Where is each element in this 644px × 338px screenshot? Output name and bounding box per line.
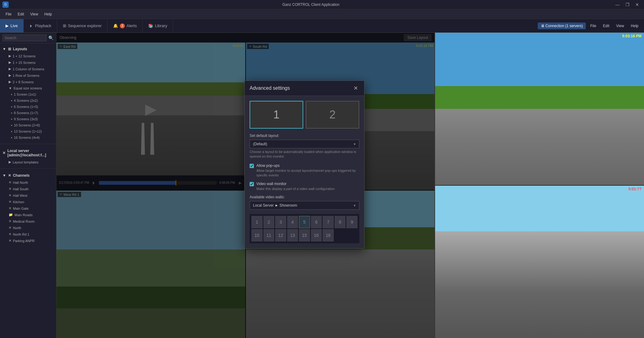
channels-header[interactable]: ▼ ✕ Channels bbox=[0, 172, 56, 179]
help-menu[interactable]: Help bbox=[41, 11, 55, 18]
channel-label: Main Roads bbox=[14, 213, 33, 217]
sidebar-item-1-15-screens[interactable]: ▶ 1 + 15 Screens bbox=[0, 59, 56, 66]
channel-label: Hall South bbox=[13, 187, 29, 191]
vw-cell-4[interactable]: 4 bbox=[287, 216, 298, 228]
channel-hall-south[interactable]: ✕ Hall South bbox=[0, 186, 56, 192]
layouts-header[interactable]: ▼ ⊞ Layouts bbox=[0, 45, 56, 53]
sidebar-item-equal-screens[interactable]: ▼ Equal size screens bbox=[0, 85, 56, 91]
channels-label: Channels bbox=[13, 173, 30, 178]
play-button[interactable]: ⏵ bbox=[92, 180, 96, 186]
tab-library[interactable]: 📚 Library bbox=[143, 19, 173, 32]
sidebar-item-layout-templates[interactable]: ▶ Layout templates bbox=[0, 159, 56, 165]
dialog-close-button[interactable]: ✕ bbox=[352, 84, 359, 92]
dialog-body: 1 2 Set default layout: (Default) bbox=[245, 96, 364, 248]
available-walls-select[interactable]: Local Server ► Showroom bbox=[250, 201, 359, 210]
close-camera-west-rd[interactable]: ✕ bbox=[59, 192, 62, 196]
vw-cell-2[interactable]: 2 bbox=[263, 216, 275, 228]
close-server-icon: ✕ bbox=[2, 151, 6, 155]
vw-cell-7[interactable]: 7 bbox=[323, 216, 334, 228]
close-camera-south-rd[interactable]: ✕ bbox=[249, 44, 252, 48]
timeline-nav-forward[interactable]: ▶ bbox=[238, 180, 243, 186]
videowall-section: 1 2 3 4 5 6 7 8 9 10 11 12 13 bbox=[250, 214, 359, 243]
layout-label: 2 + 8 Screens bbox=[13, 80, 34, 84]
channel-main-roads[interactable]: 📁 Main Roads bbox=[0, 212, 56, 218]
layouts-label: Layouts bbox=[13, 47, 27, 51]
channel-label: Hall North bbox=[13, 181, 28, 184]
file-menu-right[interactable]: File bbox=[588, 23, 598, 29]
help-menu-right[interactable]: Help bbox=[628, 23, 641, 29]
tab-sequence-explorer[interactable]: ⊞ Sequence explorer bbox=[57, 19, 108, 32]
vw-cell-6[interactable]: 6 bbox=[311, 216, 322, 228]
edit-menu[interactable]: Edit bbox=[14, 11, 27, 18]
allow-popups-checkbox[interactable] bbox=[250, 164, 254, 168]
monitor-grid: 1 2 bbox=[250, 101, 359, 129]
sidebar-item-2-8-screens[interactable]: ▶ 2 + 8 Screens bbox=[0, 79, 56, 85]
window-controls[interactable]: — ❐ ✕ bbox=[613, 2, 642, 8]
tab-live-label: Live bbox=[10, 23, 18, 28]
folder-icon: 📁 bbox=[9, 213, 13, 217]
playback-icon: ⏵ bbox=[29, 23, 33, 28]
tab-playback[interactable]: ⏵ Playback bbox=[24, 19, 57, 32]
file-menu[interactable]: File bbox=[2, 11, 14, 18]
right-camera-top: 5:03:16 PM bbox=[435, 33, 644, 185]
video-wall-checkbox[interactable] bbox=[250, 182, 254, 186]
restore-button[interactable]: ❐ bbox=[623, 2, 632, 8]
allow-popups-hint: Allow target monitor to accept layout/ch… bbox=[256, 168, 359, 178]
sidebar-item-2x2[interactable]: ▪ 4 Screens (2x2) bbox=[0, 97, 56, 104]
dialog-header: Advanced settings ✕ bbox=[245, 81, 364, 96]
layout-label: Equal size screens bbox=[14, 86, 42, 90]
sidebar-item-2-8[interactable]: ▪ 10 Screens (2+8) bbox=[0, 122, 56, 128]
channel-kitchen[interactable]: ✕ Kitchen bbox=[0, 199, 56, 205]
channel-main-gate[interactable]: ✕ Main Gate bbox=[0, 205, 56, 212]
default-layout-select-wrapper: (Default) bbox=[250, 140, 359, 148]
timeline-track[interactable] bbox=[99, 181, 217, 185]
channel-hall-north[interactable]: ✕ Hall North bbox=[0, 179, 56, 186]
sidebar-item-1-12-screens[interactable]: ▶ 1 + 12 Screens bbox=[0, 53, 56, 59]
sidebar-item-1x1[interactable]: ▪ 1 Screen (1x1) bbox=[0, 91, 56, 97]
channel-parking-anpr[interactable]: ✕ Parking ANPR bbox=[0, 237, 56, 244]
save-layout-button[interactable]: Save Layout bbox=[404, 34, 431, 41]
local-server-header[interactable]: ✕ Local server [admin@localhost:f...] bbox=[0, 147, 56, 159]
close-button[interactable]: ✕ bbox=[633, 2, 642, 8]
vw-cell-9[interactable]: 9 bbox=[346, 216, 357, 228]
vw-cell-1[interactable]: 1 bbox=[251, 216, 263, 228]
close-camera-east-rd[interactable]: ✕ bbox=[59, 44, 62, 48]
channel-medical-room[interactable]: ✕ Medical Room bbox=[0, 218, 56, 225]
vw-cell-12[interactable]: 12 bbox=[275, 229, 286, 241]
channel-hall-west[interactable]: ✕ Hall West bbox=[0, 192, 56, 199]
view-menu[interactable]: View bbox=[27, 11, 41, 18]
monitor-thumb-2[interactable]: 2 bbox=[306, 101, 359, 129]
vw-cell-13[interactable]: 13 bbox=[287, 229, 298, 241]
vw-cell-5[interactable]: 5 bbox=[299, 216, 310, 228]
sidebar-item-3x3[interactable]: ▪ 9 Screens (3x3) bbox=[0, 116, 56, 122]
vw-cell-8[interactable]: 8 bbox=[335, 216, 346, 228]
monitor-thumb-1[interactable]: 1 bbox=[250, 101, 303, 129]
vw-cell-18[interactable]: 18 bbox=[323, 229, 334, 241]
tab-live[interactable]: ▶ Live bbox=[0, 19, 24, 32]
vw-cell-15[interactable]: 15 bbox=[299, 229, 310, 241]
vw-cell-10[interactable]: 10 bbox=[251, 229, 263, 241]
vw-cell-3[interactable]: 3 bbox=[275, 216, 286, 228]
edit-menu-right[interactable]: Edit bbox=[601, 23, 612, 29]
view-menu-right[interactable]: View bbox=[614, 23, 627, 29]
vw-cell-11[interactable]: 11 bbox=[263, 229, 275, 241]
sidebar-item-1-5[interactable]: ▪ 6 Screens (1+5) bbox=[0, 104, 56, 110]
channel-north[interactable]: ✕ North bbox=[0, 225, 56, 231]
search-input[interactable] bbox=[2, 35, 47, 41]
channel-north-rd-1[interactable]: ✕ North Rd 1 bbox=[0, 231, 56, 237]
sidebar-item-1-col-screens[interactable]: ▶ 1 Column of Screens bbox=[0, 66, 56, 72]
sidebar-item-1-7[interactable]: ▪ 8 Screens (1+7) bbox=[0, 110, 56, 116]
minimize-button[interactable]: — bbox=[613, 2, 622, 8]
channel-icon: ✕ bbox=[9, 187, 11, 191]
sidebar-item-1-12[interactable]: ▪ 13 Screens (1+12) bbox=[0, 128, 56, 134]
right-camera-timestamp-bottom: 5:01:?? bbox=[628, 187, 642, 191]
connection-button[interactable]: 🖥 Connection (1 servers) bbox=[538, 23, 586, 29]
default-layout-select[interactable]: (Default) bbox=[250, 140, 359, 148]
tab-alerts[interactable]: 🔔 3 Alerts bbox=[108, 19, 143, 32]
sidebar-item-1-row-screens[interactable]: ▶ 1 Row of Screens bbox=[0, 72, 56, 79]
layout-label: 1 + 12 Screens bbox=[13, 54, 35, 58]
vw-cell-16[interactable]: 16 bbox=[311, 229, 322, 241]
sidebar-item-4x4[interactable]: ▪ 16 Screens (4x4) bbox=[0, 134, 56, 141]
screen-icon: ▪ bbox=[11, 117, 12, 121]
search-icon[interactable]: 🔍 bbox=[48, 35, 54, 40]
